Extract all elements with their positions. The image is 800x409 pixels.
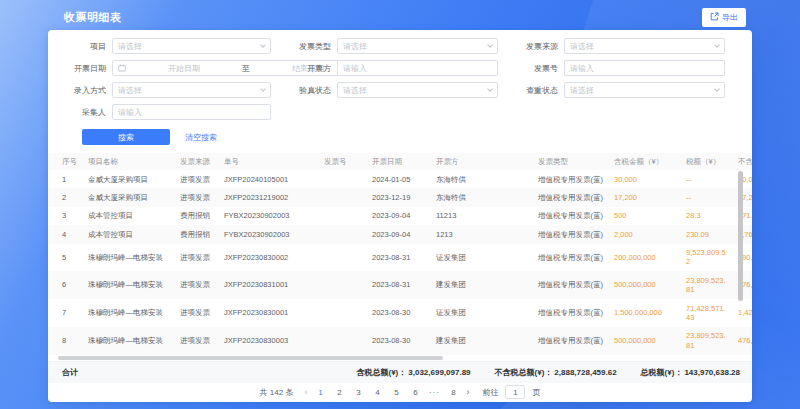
cell-no: 3	[48, 207, 78, 225]
cell-source: 进项发票	[170, 188, 214, 206]
cell-issuer: 建发集团	[426, 327, 528, 355]
col-header-tax: 税额（¥）	[676, 153, 728, 170]
filter-project-placeholder[interactable]	[118, 42, 258, 51]
filter-invoice-type: 发票类型	[285, 38, 512, 54]
cell-project: 成本管控项目	[78, 207, 170, 225]
cell-no: 6	[48, 271, 78, 299]
cell-date: 2023-09-04	[362, 225, 426, 243]
filter-duplicate-status-select[interactable]	[564, 82, 725, 98]
cell-project: 金威大厦采购项目	[78, 188, 170, 206]
filter-collector-field[interactable]	[112, 104, 271, 120]
filter-invoice-date-label: 开票日期	[60, 63, 112, 74]
horizontal-scrollbar[interactable]	[58, 356, 443, 360]
cell-invoice-no	[314, 327, 362, 355]
filter-verify-status-placeholder[interactable]	[343, 86, 485, 95]
cell-invoice-no	[314, 244, 362, 272]
page-title: 收票明细表	[64, 10, 122, 25]
cell-invoice-no	[314, 188, 362, 206]
pagination-ellipsis[interactable]: ···	[428, 388, 440, 397]
filter-invoice-type-label: 发票类型	[285, 41, 337, 52]
pagination-page-3[interactable]: 3	[352, 388, 364, 397]
cell-date: 2023-08-31	[362, 271, 426, 299]
chevron-left-icon[interactable]: ‹	[304, 387, 307, 397]
cell-project: 珠穆朗玛峰—电梯安装	[78, 244, 170, 272]
cell-issuer: 东海特供	[426, 170, 528, 188]
vertical-scrollbar[interactable]	[738, 171, 743, 301]
cell-tax: 9,523,809.52	[676, 244, 728, 272]
filter-verify-status-select[interactable]	[337, 82, 498, 98]
cell-project: 珠穆朗玛峰—电梯安装	[78, 299, 170, 327]
pagination-page-8[interactable]: 8	[447, 388, 459, 397]
cell-date: 2023-12-19	[362, 188, 426, 206]
top-bar: 收票明细表 导出	[64, 8, 746, 27]
table-row: 2 金威大厦采购项目 进项发票 JXFP20231219002 2023-12-…	[48, 188, 752, 206]
cell-issuer: 证发集团	[426, 299, 528, 327]
cell-issuer: 建发集团	[426, 271, 528, 299]
filter-invoice-type-placeholder[interactable]	[343, 42, 485, 51]
col-header-amount-incl: 含税金额（¥）	[604, 153, 676, 170]
pagination-page-1[interactable]: 1	[314, 388, 326, 397]
col-header-order-no: 单号	[214, 153, 314, 170]
cell-amount-incl: 500,000,000	[604, 271, 676, 299]
pagination-page-5[interactable]: 5	[390, 388, 402, 397]
chevron-right-icon[interactable]: ›	[466, 387, 469, 397]
pagination-page-6[interactable]: 6	[409, 388, 421, 397]
goto-page-label: 前往	[482, 387, 498, 398]
filter-invoice-no-input[interactable]	[570, 64, 719, 73]
col-header-type: 发票类型	[528, 153, 604, 170]
cell-source: 进项发票	[170, 271, 214, 299]
cell-tax: --	[676, 170, 728, 188]
table-row: 5 珠穆朗玛峰—电梯安装 进项发票 JXFP20230830002 2023-0…	[48, 244, 752, 272]
filter-project-select[interactable]	[112, 38, 271, 54]
export-button[interactable]: 导出	[702, 8, 746, 27]
goto-page-input[interactable]	[505, 385, 525, 399]
filter-duplicate-status: 查重状态	[512, 82, 739, 98]
summary-row: 合计 含税总额(¥)：3,032,699,097.89 不含税总额(¥)：2,8…	[48, 361, 752, 383]
filter-collector-input[interactable]	[118, 108, 265, 117]
filter-project-label: 项目	[60, 41, 112, 52]
filter-verify-status: 验真状态	[285, 82, 512, 98]
cell-tax: 23,809,523.81	[676, 327, 728, 355]
total-amount-excl: 不含税总额(¥)：2,888,728,459.62	[495, 367, 617, 378]
cell-amount-incl: 2,000	[604, 225, 676, 243]
filter-invoice-source-placeholder[interactable]	[570, 42, 712, 51]
cell-source: 费用报销	[170, 207, 214, 225]
filter-invoice-type-select[interactable]	[337, 38, 498, 54]
cell-type: 增值税专用发票(蓝)	[528, 327, 604, 355]
cell-project: 珠穆朗玛峰—电梯安装	[78, 327, 170, 355]
table-row: 3 成本管控项目 费用报销 FYBX20230902003 2023-09-04…	[48, 207, 752, 225]
start-date-input[interactable]	[129, 64, 239, 73]
clear-search-link[interactable]: 清空搜索	[185, 132, 217, 143]
cell-type: 增值税专用发票(蓝)	[528, 271, 604, 299]
date-range-separator: 至	[242, 63, 250, 74]
filter-verify-status-label: 验真状态	[285, 85, 337, 96]
table-row: 6 珠穆朗玛峰—电梯安装 进项发票 JXFP20230831001 2023-0…	[48, 271, 752, 299]
cell-amount-incl: 500,000,000	[604, 327, 676, 355]
cell-no: 5	[48, 244, 78, 272]
pagination-page-4[interactable]: 4	[371, 388, 383, 397]
search-button[interactable]: 搜索	[82, 129, 170, 145]
col-header-no: 序号	[48, 153, 78, 170]
filter-entry-method-select[interactable]	[112, 82, 271, 98]
filter-entry-method-placeholder[interactable]	[118, 86, 258, 95]
filter-issuer-input[interactable]	[343, 64, 492, 73]
col-header-date: 开票日期	[362, 153, 426, 170]
cell-tax: 28.3	[676, 207, 728, 225]
cell-date: 2023-08-30	[362, 327, 426, 355]
col-header-source: 发票来源	[170, 153, 214, 170]
cell-type: 增值税专用发票(蓝)	[528, 299, 604, 327]
cell-type: 增值税专用发票(蓝)	[528, 207, 604, 225]
cell-type: 增值税专用发票(蓝)	[528, 188, 604, 206]
total-tax: 总税额(¥)：143,970,638.28	[641, 367, 740, 378]
filter-invoice-no-field[interactable]	[564, 60, 725, 76]
filter-invoice-source-select[interactable]	[564, 38, 725, 54]
filter-issuer-field[interactable]	[337, 60, 498, 76]
filter-duplicate-status-placeholder[interactable]	[570, 86, 712, 95]
cell-invoice-no	[314, 225, 362, 243]
export-icon	[710, 12, 719, 23]
pagination-total: 共 142 条	[260, 387, 294, 398]
cell-order-no: FYBX20230902003	[214, 207, 314, 225]
pagination-page-2[interactable]: 2	[333, 388, 345, 397]
cell-invoice-no	[314, 170, 362, 188]
filter-invoice-date: 开票日期 至	[60, 60, 285, 76]
